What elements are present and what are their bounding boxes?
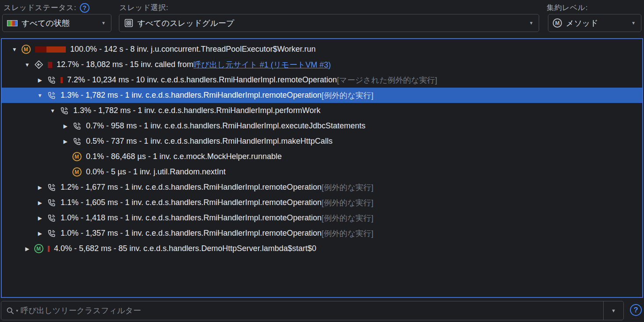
remote-call-icon [47,229,56,238]
node-label: 1.3% - 1,782 ms - 1 inv. c.e.d.s.handler… [61,91,322,100]
thread-select-label: スレッド選択: [119,3,168,13]
remote-call-icon [47,198,56,207]
method-icon: M [21,45,31,54]
node-annotation: [例外的な実行] [322,90,373,101]
method-icon: M [553,18,562,28]
tree-row[interactable]: ▶0.5% - 737 ms - 1 inv. c.e.d.s.handlers… [2,134,642,149]
search-options-arrow-icon: ▼ [15,309,19,313]
tree-row[interactable]: ▶1.0% - 1,357 ms - 1 inv. c.e.d.s.handle… [2,226,642,241]
node-label: 0.7% - 958 ms - 1 inv. c.e.d.s.handlers.… [86,121,365,131]
aggregation-label-text: 集約レベル: [547,3,588,13]
tree-row[interactable]: ▼1.3% - 1,782 ms - 1 inv. c.e.d.s.handle… [2,88,642,103]
tree-row[interactable]: ▼1.3% - 1,782 ms - 1 inv. c.e.d.s.handle… [2,103,642,118]
time-bar [48,246,50,252]
expand-caret-icon[interactable]: ▼ [21,62,34,68]
chevron-down-icon: ▼ [101,21,106,25]
node-label: 0.1% - 86,468 µs - 1 inv. c.e.mock.MockH… [86,152,282,161]
expand-caret-icon[interactable]: ▼ [46,108,59,114]
method-icon: M [21,45,31,54]
chevron-down-icon: ▼ [611,308,616,313]
tree-row[interactable]: M0.1% - 86,468 µs - 1 inv. c.e.mock.Mock… [2,149,642,164]
class-filter-bar: ▼ ▼ [1,301,624,320]
expand-caret-icon[interactable]: ▶ [33,184,47,191]
node-label: 12.7% - 18,082 ms - 15 inv. called from [57,60,193,69]
tree-row[interactable]: ▶7.2% - 10,234 ms - 10 inv. c.e.d.s.hand… [2,72,642,88]
thread-select-value: すべてのスレッドグループ [137,18,234,28]
method-icon: M [72,152,82,161]
thread-status-label-text: スレッドステータス: [4,3,76,13]
node-label: 0.5% - 737 ms - 1 inv. c.e.d.s.handlers.… [86,137,333,146]
thread-states-icon [7,20,18,26]
node-label: 4.0% - 5,682 ms - 85 inv. c.e.d.s.handle… [54,244,316,253]
node-label: 1.3% - 1,782 ms - 1 inv. c.e.d.s.handler… [73,106,321,115]
call-site-link[interactable]: 呼び出し元サイト #1 (リモートVM #3) [193,60,331,70]
thread-select-dropdown[interactable]: すべてのスレッドグループ ▼ [119,14,539,32]
tree-row[interactable]: M0.0% - 5 µs - 1 inv. j.util.Random.next… [2,164,642,180]
expand-caret-icon[interactable]: ▶ [33,77,47,83]
aggregation-label: 集約レベル: [547,3,588,13]
remote-call-icon [47,76,56,85]
chevron-down-icon: ▼ [529,21,533,25]
expand-caret-icon[interactable]: ▶ [21,246,34,252]
method-icon: M [72,167,82,177]
tree-row[interactable]: ▶1.1% - 1,605 ms - 1 inv. c.e.d.s.handle… [2,195,642,210]
call-tree: ▼M100.0% - 142 s - 8 inv. j.u.concurrent… [2,42,642,256]
expand-caret-icon[interactable]: ▶ [59,138,72,145]
tree-row[interactable]: ▼M100.0% - 142 s - 8 inv. j.u.concurrent… [2,42,642,57]
node-annotation: [例外的な実行] [322,228,373,239]
call-tree-panel: ▼M100.0% - 142 s - 8 inv. j.u.concurrent… [1,38,643,298]
thread-group-icon [124,19,133,27]
time-bar [48,62,52,68]
node-annotation: [例外的な実行] [322,198,373,208]
toolbar: スレッドステータス: ? すべての状態 ▼ スレッド選択: すべてのスレッドグル… [0,0,644,38]
node-label: 0.0% - 5 µs - 1 inv. j.util.Random.nextI… [86,167,225,177]
tree-row[interactable]: ▶1.2% - 1,677 ms - 1 inv. c.e.d.s.handle… [2,180,642,195]
expand-caret-icon[interactable]: ▼ [8,46,21,53]
time-bar [61,77,63,83]
time-bar [35,46,66,53]
search-icon[interactable]: ▼ [1,307,21,315]
node-annotation: [マージされた例外的な実行] [337,75,437,85]
node-label: 7.2% - 10,234 ms - 10 inv. c.e.d.s.handl… [67,75,337,85]
thread-status-help-icon[interactable]: ? [80,3,89,13]
method-icon: M [72,152,82,161]
node-label: 1.2% - 1,677 ms - 1 inv. c.e.d.s.handler… [61,183,322,192]
chevron-down-icon: ▼ [631,21,636,25]
tree-row[interactable]: ▼12.7% - 18,082 ms - 15 inv. called from… [2,57,642,72]
node-annotation: [例外的な実行] [322,213,373,223]
tree-row[interactable]: ▶0.7% - 958 ms - 1 inv. c.e.d.s.handlers… [2,118,642,134]
node-label: 100.0% - 142 s - 8 inv. j.u.concurrent.T… [70,45,316,54]
expand-caret-icon[interactable]: ▼ [33,92,47,99]
expand-caret-icon[interactable]: ▶ [33,230,47,237]
aggregation-dropdown[interactable]: M メソッド ▼ [548,14,641,32]
thread-state-segment [15,21,18,26]
filter-history-dropdown[interactable]: ▼ [603,301,623,320]
method-icon: M [34,244,43,253]
remote-call-icon [72,137,82,146]
remote-call-icon [47,214,56,223]
thread-status-label: スレッドステータス: ? [4,3,89,13]
remote-call-icon [59,106,69,115]
method-icon: M [72,167,82,177]
remote-call-icon [47,183,56,192]
method-icon: M [34,244,43,253]
tree-row[interactable]: ▶M4.0% - 5,682 ms - 85 inv. c.e.d.s.hand… [2,241,642,256]
node-label: 1.0% - 1,357 ms - 1 inv. c.e.d.s.handler… [61,229,322,238]
remote-call-icon [47,91,56,100]
tree-row[interactable]: ▶1.0% - 1,418 ms - 1 inv. c.e.d.s.handle… [2,210,642,226]
aggregation-value: メソッド [566,18,598,28]
call-site-icon [34,60,43,69]
remote-call-icon [72,122,82,131]
thread-status-dropdown[interactable]: すべての状態 ▼ [2,14,111,32]
class-filter-input[interactable] [21,301,603,320]
expand-caret-icon[interactable]: ▶ [33,200,47,206]
node-annotation: [例外的な実行] [322,182,373,193]
thread-status-value: すべての状態 [21,18,70,28]
filter-help-icon[interactable]: ? [630,304,642,316]
node-label: 1.1% - 1,605 ms - 1 inv. c.e.d.s.handler… [61,198,322,207]
expand-caret-icon[interactable]: ▶ [59,123,72,129]
thread-select-label-text: スレッド選択: [119,3,168,13]
expand-caret-icon[interactable]: ▶ [33,215,47,221]
node-label: 1.0% - 1,418 ms - 1 inv. c.e.d.s.handler… [61,213,322,223]
